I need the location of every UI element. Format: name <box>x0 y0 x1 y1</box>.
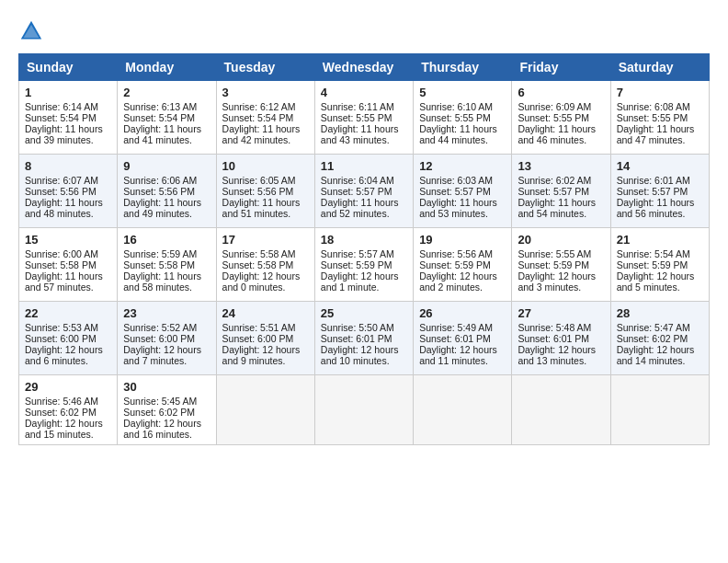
day-number: 2 <box>123 86 210 99</box>
calendar-cell: 14Sunrise: 6:01 AMSunset: 5:57 PMDayligh… <box>610 155 709 228</box>
calendar-cell: 23Sunrise: 5:52 AMSunset: 6:00 PMDayligh… <box>118 302 216 375</box>
calendar-week-row: 22Sunrise: 5:53 AMSunset: 6:00 PMDayligh… <box>19 302 710 375</box>
day-number: 8 <box>25 159 111 173</box>
day-number: 24 <box>222 306 309 320</box>
day-number: 15 <box>25 233 111 247</box>
calendar-week-row: 1Sunrise: 6:14 AMSunset: 5:54 PMDaylight… <box>19 81 710 155</box>
logo <box>18 18 48 44</box>
day-number: 12 <box>419 159 506 173</box>
calendar-cell: 26Sunrise: 5:49 AMSunset: 6:01 PMDayligh… <box>414 302 512 375</box>
day-number: 20 <box>518 233 604 247</box>
calendar-cell: 12Sunrise: 6:03 AMSunset: 5:57 PMDayligh… <box>414 155 512 228</box>
calendar-cell: 16Sunrise: 5:59 AMSunset: 5:58 PMDayligh… <box>118 228 216 302</box>
day-number: 21 <box>617 233 703 247</box>
calendar-cell: 5Sunrise: 6:10 AMSunset: 5:55 PMDaylight… <box>414 81 512 155</box>
calendar-cell: 30Sunrise: 5:45 AMSunset: 6:02 PMDayligh… <box>118 375 216 445</box>
calendar-cell: 24Sunrise: 5:51 AMSunset: 6:00 PMDayligh… <box>216 302 314 375</box>
day-number: 10 <box>222 159 309 173</box>
day-number: 26 <box>419 306 506 320</box>
day-number: 1 <box>25 86 111 99</box>
day-number: 29 <box>25 380 111 394</box>
day-number: 25 <box>321 306 407 320</box>
calendar-cell: 2Sunrise: 6:13 AMSunset: 5:54 PMDaylight… <box>118 81 216 155</box>
calendar: SundayMondayTuesdayWednesdayThursdayFrid… <box>18 53 710 445</box>
calendar-cell: 13Sunrise: 6:02 AMSunset: 5:57 PMDayligh… <box>512 155 610 228</box>
calendar-header-thursday: Thursday <box>414 54 512 81</box>
calendar-cell <box>314 375 413 445</box>
calendar-cell: 20Sunrise: 5:55 AMSunset: 5:59 PMDayligh… <box>512 228 610 302</box>
day-number: 22 <box>25 306 111 320</box>
calendar-cell <box>512 375 610 445</box>
calendar-cell: 18Sunrise: 5:57 AMSunset: 5:59 PMDayligh… <box>314 228 413 302</box>
calendar-cell: 1Sunrise: 6:14 AMSunset: 5:54 PMDaylight… <box>19 81 118 155</box>
day-number: 30 <box>123 380 210 394</box>
header <box>18 18 710 44</box>
calendar-cell: 4Sunrise: 6:11 AMSunset: 5:55 PMDaylight… <box>314 81 413 155</box>
day-number: 16 <box>123 233 210 247</box>
calendar-cell: 25Sunrise: 5:50 AMSunset: 6:01 PMDayligh… <box>314 302 413 375</box>
calendar-week-row: 29Sunrise: 5:46 AMSunset: 6:02 PMDayligh… <box>19 375 710 445</box>
calendar-cell: 9Sunrise: 6:06 AMSunset: 5:56 PMDaylight… <box>118 155 216 228</box>
calendar-cell <box>610 375 709 445</box>
calendar-cell: 7Sunrise: 6:08 AMSunset: 5:55 PMDaylight… <box>610 81 709 155</box>
day-number: 9 <box>123 159 210 173</box>
calendar-header-tuesday: Tuesday <box>216 54 314 81</box>
calendar-header-monday: Monday <box>118 54 216 81</box>
day-number: 11 <box>321 159 407 173</box>
page: SundayMondayTuesdayWednesdayThursdayFrid… <box>0 0 728 454</box>
calendar-header-saturday: Saturday <box>610 54 709 81</box>
day-number: 4 <box>321 86 407 99</box>
calendar-cell: 6Sunrise: 6:09 AMSunset: 5:55 PMDaylight… <box>512 81 610 155</box>
calendar-cell <box>414 375 512 445</box>
day-number: 5 <box>419 86 506 99</box>
day-number: 19 <box>419 233 506 247</box>
calendar-cell: 27Sunrise: 5:48 AMSunset: 6:01 PMDayligh… <box>512 302 610 375</box>
logo-icon <box>18 18 44 44</box>
calendar-header-row: SundayMondayTuesdayWednesdayThursdayFrid… <box>19 54 710 81</box>
calendar-cell: 21Sunrise: 5:54 AMSunset: 5:59 PMDayligh… <box>610 228 709 302</box>
calendar-cell <box>216 375 314 445</box>
day-number: 28 <box>617 306 703 320</box>
calendar-cell: 22Sunrise: 5:53 AMSunset: 6:00 PMDayligh… <box>19 302 118 375</box>
day-number: 18 <box>321 233 407 247</box>
calendar-cell: 19Sunrise: 5:56 AMSunset: 5:59 PMDayligh… <box>414 228 512 302</box>
calendar-week-row: 8Sunrise: 6:07 AMSunset: 5:56 PMDaylight… <box>19 155 710 228</box>
day-number: 14 <box>617 159 703 173</box>
calendar-cell: 17Sunrise: 5:58 AMSunset: 5:58 PMDayligh… <box>216 228 314 302</box>
calendar-header-sunday: Sunday <box>19 54 118 81</box>
calendar-header-wednesday: Wednesday <box>314 54 413 81</box>
day-number: 17 <box>222 233 309 247</box>
day-number: 3 <box>222 86 309 99</box>
calendar-cell: 11Sunrise: 6:04 AMSunset: 5:57 PMDayligh… <box>314 155 413 228</box>
day-number: 27 <box>518 306 604 320</box>
calendar-cell: 8Sunrise: 6:07 AMSunset: 5:56 PMDaylight… <box>19 155 118 228</box>
calendar-cell: 15Sunrise: 6:00 AMSunset: 5:58 PMDayligh… <box>19 228 118 302</box>
calendar-cell: 28Sunrise: 5:47 AMSunset: 6:02 PMDayligh… <box>610 302 709 375</box>
calendar-cell: 10Sunrise: 6:05 AMSunset: 5:56 PMDayligh… <box>216 155 314 228</box>
day-number: 7 <box>617 86 703 99</box>
calendar-cell: 3Sunrise: 6:12 AMSunset: 5:54 PMDaylight… <box>216 81 314 155</box>
calendar-cell: 29Sunrise: 5:46 AMSunset: 6:02 PMDayligh… <box>19 375 118 445</box>
day-number: 6 <box>518 86 604 99</box>
calendar-week-row: 15Sunrise: 6:00 AMSunset: 5:58 PMDayligh… <box>19 228 710 302</box>
day-number: 13 <box>518 159 604 173</box>
day-number: 23 <box>123 306 210 320</box>
calendar-header-friday: Friday <box>512 54 610 81</box>
